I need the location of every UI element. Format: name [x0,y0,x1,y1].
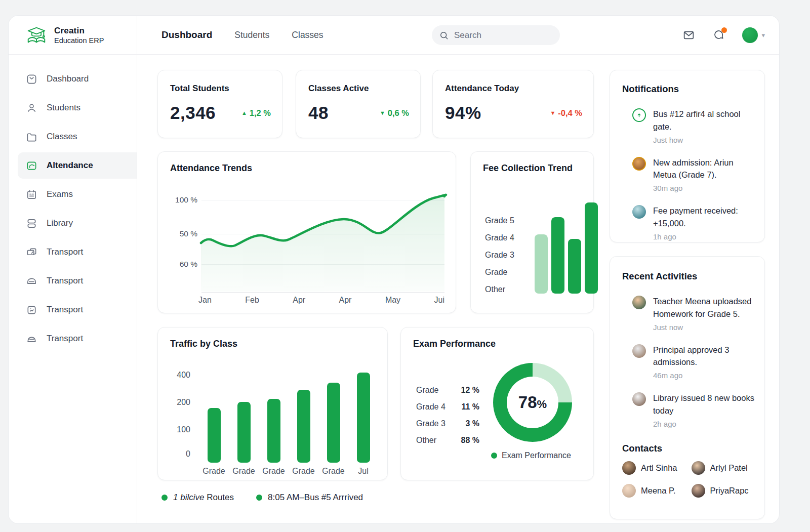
notification-dot [721,27,727,33]
donut-center-value: 78% [518,393,547,412]
notification-item[interactable]: Fee payment received: +15,000.1h ago [632,204,756,241]
mail-icon[interactable] [682,29,695,42]
stat-card-attendance-today: Attendance Today94%▼-0,4 % [432,70,594,138]
exam-legend-label: Grade 3 [416,419,446,428]
legend-text: 8:05 AM–Bus #5 Arrrived [268,493,363,503]
traffic-bar [267,399,280,463]
stat-row: 48▼0,6 % [308,103,409,123]
contact-name: Meena P. [641,486,676,496]
traffic-bar [297,390,310,463]
legend-dot [161,495,168,501]
activity-text-block: Principal approved 3 admissions.46m ago [653,344,756,380]
globe-avatar [632,205,646,219]
sidebar-item-transport-6[interactable]: Transport [18,239,137,265]
brand-text: Creatin Education ERP [54,26,104,45]
x-tick-label: Jan [198,296,212,305]
y-tick-label: 0 [168,449,190,459]
x-tick-label: Grade [202,467,225,476]
contact-name: Arlyl Patel [710,463,748,473]
chevron-down-icon: ▾ [761,31,765,39]
fee-bar [585,202,598,294]
delta-value: 0,6 % [388,108,409,118]
students-icon [26,102,37,114]
nav-item-students[interactable]: Students [234,30,269,40]
sidebar-item-label: Transport [47,334,83,344]
arrow-down-icon: ▼ [380,110,385,116]
sidebar-item-students-1[interactable]: Students [18,95,137,121]
nav-item-classes[interactable]: Classes [292,30,323,40]
traffic-bar-column: Grade [318,373,348,463]
arrow-up-icon: ▲ [241,110,247,116]
exam-title: Exam Performance [413,339,496,349]
notification-text: New admission: Ariun Metua (Grade 7). [653,156,756,182]
activity-text-block: Teacher Meena uploadsed Homework for Gra… [653,295,756,332]
x-tick-label: Grade [292,467,314,476]
contact-name: PriyaRapc [710,486,749,496]
traffic-bar-column: Grade [229,373,259,463]
profile-menu[interactable]: ▾ [742,27,765,43]
contact-artl-sinha[interactable]: Artl Sinha [622,461,687,475]
stat-value: 2,346 [170,103,216,123]
notification-text-block: Bus #12 arfir4 al school gate.Just how [653,108,756,144]
activity-item[interactable]: Library issued 8 new books today2h ago [632,392,756,428]
exams-icon [26,189,37,200]
stat-card-classes-active: Classes Active48▼0,6 % [296,70,421,138]
contact-priyarapc[interactable]: PriyaRapc [692,484,757,498]
header-icons: ▾ [682,16,765,55]
stat-row: 94%▼-0,4 % [445,103,582,123]
x-tick-label: Apr [293,296,305,305]
exam-legend-item: Other88 % [416,436,479,445]
sidebar-item-transport-9[interactable]: Transport [18,325,137,352]
delta-value: -0,4 % [558,108,582,118]
traffic-bar-column: Grade [259,373,289,463]
activity-item[interactable]: Teacher Meena uploadsed Homework for Gra… [632,295,756,332]
attendance-x-axis: JanFebAprAprMayJui [198,296,444,305]
exam-legend-item: Grade 33 % [416,419,479,428]
sidebar-item-label: Transport [47,305,83,315]
top-bar: Creatin Education ERP DushboardStudentsC… [9,16,779,55]
stat-value: 94% [445,103,481,123]
stat-card-total-students: Total Students2,346▲1,2 % [157,70,282,138]
sidebar-item-dashboard-0[interactable]: Dashboard [18,66,137,92]
contact-arlyl-patel[interactable]: Arlyl Patel [692,461,757,475]
notifications-panel: Notifications Bus #12 arfir4 al school g… [610,70,765,242]
x-tick-label: Feb [245,296,259,305]
search-box[interactable] [432,25,560,45]
stat-title: Attendance Today [445,84,519,94]
notification-time: 30m ago [653,184,756,192]
search-input[interactable] [454,30,553,40]
legend-dot [256,495,262,501]
app-window: Creatin Education ERP DushboardStudentsC… [8,15,780,524]
search-icon [439,30,449,40]
activity-time: 46m ago [653,371,756,380]
contact-meena-p[interactable]: Meena P. [622,484,687,498]
sidebar-item-exams-4[interactable]: Exams [18,181,137,208]
avatar [632,296,646,309]
library-icon [26,218,37,229]
avatar [622,484,636,498]
notification-text: Bus #12 arfir4 al school gate. [653,108,756,133]
transport-card-icon [26,247,37,258]
notification-time: Just how [653,136,756,144]
nav-item-dushboard[interactable]: Dushboard [161,29,212,40]
activity-text: Teacher Meena uploadsed Homework for Gra… [653,295,756,320]
classes-icon [26,131,37,143]
legend-text: 1 bilcive Routes [173,493,234,503]
sidebar-item-library-5[interactable]: Library [18,210,137,236]
logo[interactable]: Creatin Education ERP [9,16,137,54]
sidebar-item-transport-8[interactable]: Transport [18,297,137,323]
notification-item[interactable]: Bus #12 arfir4 al school gate.Just how [632,108,756,144]
sidebar-item-transport-7[interactable]: Transport [18,268,137,294]
x-tick-label: Apr [339,296,352,305]
fee-collection-title: Fee Collection Trend [483,163,573,174]
fee-label: Grade 3 [485,251,514,260]
sidebar-item-classes-2[interactable]: Classes [18,124,137,150]
chat-icon[interactable] [712,29,725,42]
activity-item[interactable]: Principal approved 3 admissions.46m ago [632,344,756,380]
fee-label: Other [485,285,505,294]
sidebar-item-label: Exams [47,189,73,199]
attendance-line-chart [158,187,457,296]
sidebar-item-altendance-3[interactable]: Altendance [18,152,137,179]
recent-activities-panel: Recent Activities Teacher Meena uploadse… [610,256,765,519]
notification-item[interactable]: New admission: Ariun Metua (Grade 7).30m… [632,156,756,193]
